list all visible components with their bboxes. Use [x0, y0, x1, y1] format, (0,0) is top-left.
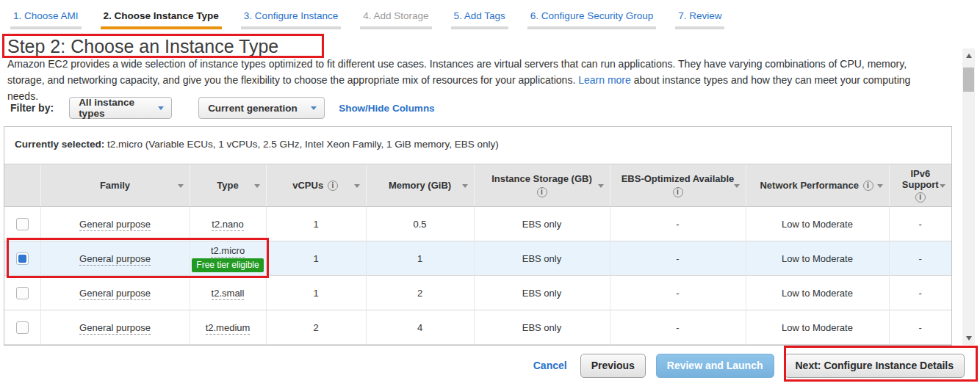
sort-caret-icon [462, 184, 468, 188]
wizard-step-tabs: 1. Choose AMI 2. Choose Instance Type 3.… [10, 9, 724, 29]
sort-caret-icon [940, 184, 945, 188]
cancel-link[interactable]: Cancel [533, 360, 567, 371]
next-configure-instance-button[interactable]: Next: Configure Instance Details [785, 354, 965, 378]
triangle-up-icon [966, 54, 972, 58]
network-value: Low to Moderate [746, 241, 889, 276]
row-checkbox[interactable] [16, 321, 29, 334]
info-icon[interactable]: i [863, 181, 873, 191]
family-link[interactable]: General purpose [79, 322, 151, 335]
learn-more-link[interactable]: Learn more [578, 74, 631, 86]
tab-review[interactable]: 7. Review [675, 9, 724, 29]
ec2-launch-wizard-screen: 1. Choose AMI 2. Choose Instance Type 3.… [0, 0, 980, 386]
header-ipv6-support[interactable]: IPv6Supporti [889, 164, 951, 207]
filter-row: Filter by: All instance types Current ge… [10, 97, 435, 119]
memory-value: 2 [366, 276, 474, 310]
vcpus-value: 2 [266, 310, 366, 345]
tab-underline-active [101, 26, 222, 29]
info-icon[interactable]: i [328, 181, 338, 191]
currently-selected-value: t2.micro (Variable ECUs, 1 vCPUs, 2.5 GH… [104, 139, 498, 150]
sort-caret-icon [877, 184, 883, 188]
table-row-partial [4, 345, 951, 346]
storage-value: EBS only [474, 241, 610, 276]
header-label: Memory (GiB) [389, 180, 451, 191]
ebs-value: - [610, 276, 746, 310]
header-instance-storage[interactable]: Instance Storage (GB)i [474, 164, 610, 207]
tab-underline [360, 26, 431, 29]
ebs-value: - [610, 241, 746, 276]
info-icon[interactable]: i [915, 192, 926, 203]
type-link[interactable]: t2.nano [212, 219, 243, 231]
triangle-down-icon [966, 336, 972, 341]
family-link[interactable]: General purpose [79, 219, 151, 231]
info-icon[interactable]: i [537, 187, 547, 197]
description-line2-start: and networking capacity, and give you th… [47, 74, 578, 86]
table-row-t2medium[interactable]: General purpose t2.medium 2 4 EBS only -… [4, 310, 951, 345]
header-label: Family [100, 180, 130, 191]
header-label: vCPUs [292, 180, 323, 191]
tab-add-tags[interactable]: 5. Add Tags [451, 9, 508, 29]
tab-configure-security-group[interactable]: 6. Configure Security Group [527, 9, 656, 29]
family-link[interactable]: General purpose [79, 288, 151, 300]
currently-selected-label: Currently selected: [15, 139, 104, 150]
table-row-t2nano[interactable]: General purpose t2.nano 1 0.5 EBS only -… [4, 207, 951, 241]
scrollbar-down-arrow[interactable] [962, 332, 975, 343]
info-icon[interactable]: i [673, 187, 683, 197]
vcpus-value: 1 [266, 276, 366, 310]
vertical-scrollbar[interactable] [962, 48, 975, 345]
tab-underline [241, 26, 341, 29]
row-checkbox[interactable] [16, 287, 29, 299]
tab-label: 7. Review [675, 9, 724, 21]
scrollbar-thumb[interactable] [963, 68, 974, 92]
table-row-t2small[interactable]: General purpose t2.small 1 2 EBS only - … [4, 276, 951, 310]
tab-underline [675, 26, 724, 29]
row-checkbox-checked[interactable] [16, 252, 29, 265]
checkbox-fill [18, 255, 26, 263]
chevron-down-icon [311, 106, 317, 110]
header-label: EBS-Optimized Available [610, 173, 746, 184]
type-link[interactable]: t2.medium [206, 322, 251, 335]
filter-by-label: Filter by: [10, 102, 54, 114]
instance-type-filter-dropdown[interactable]: All instance types [69, 97, 172, 119]
family-link[interactable]: General purpose [79, 253, 151, 266]
vcpus-value: 1 [266, 207, 366, 241]
scrollbar-up-arrow[interactable] [962, 50, 975, 61]
type-link[interactable]: t2.micro [211, 245, 245, 258]
tab-configure-instance[interactable]: 3. Configure Instance [241, 9, 341, 29]
tab-choose-instance-type[interactable]: 2. Choose Instance Type [101, 9, 222, 29]
tab-label: 1. Choose AMI [10, 9, 82, 21]
sort-caret-icon [734, 184, 740, 188]
table-row-t2micro-selected[interactable]: General purpose t2.microFree tier eligib… [4, 241, 951, 276]
ipv6-value: - [889, 310, 951, 345]
header-label: Type [217, 180, 238, 191]
sort-caret-icon [598, 184, 604, 188]
generation-filter-dropdown[interactable]: Current generation [198, 97, 325, 119]
tab-label: 3. Configure Instance [241, 9, 341, 21]
type-link[interactable]: t2.small [212, 288, 245, 300]
free-tier-badge: Free tier eligible [192, 258, 263, 272]
header-type[interactable]: Type [190, 164, 266, 207]
tab-label: 4. Add Storage [360, 9, 431, 21]
tab-choose-ami[interactable]: 1. Choose AMI [10, 9, 82, 29]
network-value: Low to Moderate [746, 276, 889, 310]
header-label: Instance Storage (GB) [475, 173, 610, 184]
instance-table-panel: Currently selected: t2.micro (Variable E… [4, 126, 952, 346]
header-ebs-optimized[interactable]: EBS-Optimized Availablei [610, 164, 746, 207]
header-label: IPv6 [890, 168, 952, 179]
chevron-down-icon [158, 106, 164, 110]
header-memory[interactable]: Memory (GiB) [366, 164, 474, 207]
memory-value: 4 [366, 310, 474, 345]
currently-selected-bar: Currently selected: t2.micro (Variable E… [4, 127, 951, 164]
header-family[interactable]: Family [40, 164, 190, 207]
review-and-launch-button[interactable]: Review and Launch [656, 354, 774, 378]
tab-underline [10, 26, 82, 29]
header-network-performance[interactable]: Network Performance i [746, 164, 889, 207]
row-checkbox[interactable] [16, 218, 29, 230]
header-label: Network Performance [760, 180, 858, 191]
tab-add-storage[interactable]: 4. Add Storage [360, 9, 431, 29]
show-hide-columns-link[interactable]: Show/Hide Columns [339, 103, 435, 114]
ipv6-value: - [889, 276, 951, 310]
header-vcpus[interactable]: vCPUs i [266, 164, 366, 207]
previous-button[interactable]: Previous [580, 354, 646, 378]
tab-underline [451, 26, 508, 29]
sort-caret-icon [178, 184, 184, 188]
